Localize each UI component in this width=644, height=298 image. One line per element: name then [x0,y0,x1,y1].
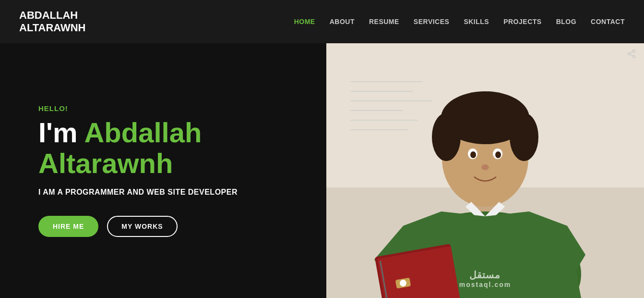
nav-services[interactable]: SERVICES [414,18,450,25]
nav-home[interactable]: HOME [294,18,315,25]
person-illustration [326,43,644,298]
nav-about[interactable]: ABOUT [330,18,355,25]
watermark-arabic: مستقل [459,269,511,281]
share-icon[interactable] [627,49,636,61]
svg-point-13 [510,113,538,161]
svg-point-17 [495,151,501,158]
hello-label: HELLO! [38,104,288,112]
nav-contact[interactable]: CONTACT [591,18,625,25]
nav-resume[interactable]: RESUME [369,18,399,25]
brand-logo[interactable]: ABDALLAH ALTARAWNH [19,9,86,35]
brand-line2: ALTARAWNH [19,22,86,34]
svg-point-12 [432,113,461,161]
svg-point-24 [633,50,635,52]
hero-title: I'm AbdallahAltarawnh [38,117,288,179]
nav-blog[interactable]: BLOG [556,18,576,25]
hero-image: مستقل mostaql.com [326,43,644,298]
hero-photo-area: مستقل mostaql.com [326,43,644,298]
svg-point-16 [470,151,476,158]
svg-line-27 [630,54,633,56]
nav-projects[interactable]: PROJECTS [503,18,541,25]
navbar: ABDALLAH ALTARAWNH HOME ABOUT RESUME SER… [0,0,644,43]
watermark: مستقل mostaql.com [459,269,511,288]
svg-point-25 [628,53,631,55]
watermark-latin: mostaql.com [459,281,511,288]
my-works-button[interactable]: MY WORKS [107,216,177,237]
svg-point-18 [481,164,489,170]
hero-content: HELLO! I'm AbdallahAltarawnh I AM A PROG… [0,43,326,298]
hero-section: HELLO! I'm AbdallahAltarawnh I AM A PROG… [0,43,644,298]
brand-line1: ABDALLAH [19,9,78,21]
svg-line-28 [630,51,633,53]
svg-point-26 [633,55,635,58]
hero-subtitle: I AM A PROGRAMMER AND WEB SITE DEVELOPER [38,188,288,197]
nav-skills[interactable]: SKILLS [464,18,489,25]
nav-menu: HOME ABOUT RESUME SERVICES SKILLS PROJEC… [294,17,625,26]
hero-buttons: HIRE ME MY WORKS [38,216,288,237]
hire-me-button[interactable]: HIRE ME [38,216,98,237]
title-prefix: I'm [38,117,84,148]
